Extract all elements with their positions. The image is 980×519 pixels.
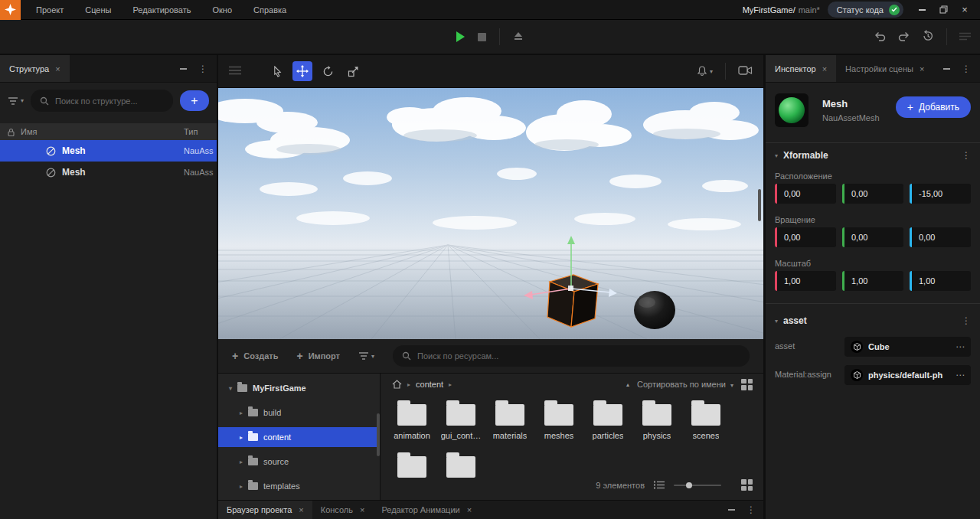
tree-item-build[interactable]: ▸ build: [218, 403, 380, 423]
lock-icon[interactable]: [8, 128, 15, 136]
scale-z-field[interactable]: 1,00: [910, 271, 971, 291]
minimize-button[interactable]: [911, 1, 933, 19]
viewport-scrollbar[interactable]: [758, 189, 761, 221]
close-icon[interactable]: ×: [299, 505, 303, 514]
scale-y-field[interactable]: 1,00: [842, 271, 903, 291]
breadcrumb-content[interactable]: content: [416, 380, 443, 389]
grid-view-icon[interactable]: [741, 379, 753, 390]
section-menu-icon[interactable]: ⋮: [962, 315, 971, 326]
home-icon[interactable]: [392, 380, 402, 389]
column-type-label[interactable]: Тип: [184, 127, 198, 136]
redo-icon[interactable]: [898, 31, 910, 43]
section-menu-icon[interactable]: ⋮: [962, 150, 971, 161]
rotation-y-field[interactable]: 0,00: [842, 227, 903, 247]
resource-filter-icon[interactable]: ▾: [358, 351, 374, 361]
select-tool-icon[interactable]: [267, 61, 287, 81]
chevron-right-icon[interactable]: ▸: [240, 483, 243, 490]
structure-row-mesh-2[interactable]: Mesh NauAss: [0, 162, 217, 183]
menu-scenes[interactable]: Сцены: [74, 5, 122, 15]
tab-animation-editor[interactable]: Редактор Анимации ×: [373, 501, 480, 519]
tab-console[interactable]: Консоль ×: [312, 501, 374, 519]
menu-edit[interactable]: Редактировать: [122, 5, 201, 15]
column-name-label[interactable]: Имя: [21, 127, 37, 136]
folder-item-meshes[interactable]: meshes: [534, 400, 583, 440]
tree-scrollbar[interactable]: [377, 413, 380, 456]
collapse-up-icon[interactable]: ▴: [626, 381, 629, 388]
restore-button[interactable]: [933, 1, 954, 19]
viewport-canvas[interactable]: [218, 88, 763, 339]
scale-tool-icon[interactable]: [343, 61, 363, 81]
rotate-tool-icon[interactable]: [318, 61, 338, 81]
chevron-right-icon[interactable]: ▸: [240, 459, 243, 465]
section-xformable-header[interactable]: ▾ Xformable ⋮: [766, 147, 980, 164]
chevron-down-icon[interactable]: ▾: [229, 385, 232, 392]
import-button[interactable]: + Импорт: [296, 350, 340, 362]
more-options-icon[interactable]: ⋯: [956, 341, 965, 352]
list-view-icon[interactable]: [654, 481, 665, 489]
section-asset-header[interactable]: ▾ asset ⋮: [766, 312, 980, 329]
add-object-button[interactable]: +: [180, 90, 209, 111]
folder-item-particles[interactable]: particles: [583, 400, 632, 440]
tree-item-root[interactable]: ▾ MyFirstGame: [218, 378, 380, 398]
chevron-right-icon[interactable]: ▸: [240, 410, 243, 416]
undo-icon[interactable]: [874, 31, 886, 43]
viewport-menu-icon[interactable]: [229, 66, 241, 77]
folder-item-materials[interactable]: materials: [485, 400, 534, 440]
app-logo-icon[interactable]: [0, 0, 21, 20]
collapse-panel-icon[interactable]: [180, 68, 187, 70]
more-options-icon[interactable]: ⋯: [956, 370, 965, 380]
tab-inspector[interactable]: Инспектор ×: [766, 55, 836, 82]
publish-eject-icon[interactable]: [513, 31, 524, 42]
panel-menu-icon[interactable]: ⋮: [962, 64, 971, 74]
stop-icon[interactable]: [478, 33, 486, 41]
play-icon[interactable]: [456, 31, 465, 42]
material-picker[interactable]: physics/default-ph ⋯: [844, 365, 971, 385]
mesh-cube[interactable]: [547, 275, 598, 327]
rotation-z-field[interactable]: 0,00: [910, 227, 971, 247]
tree-item-content[interactable]: ▸ content: [218, 427, 380, 447]
panel-menu-icon[interactable]: ⋮: [746, 504, 756, 515]
structure-search-input[interactable]: [55, 96, 164, 106]
close-button[interactable]: ×: [954, 1, 975, 19]
grid-view-icon[interactable]: [741, 479, 753, 491]
folder-item-scenes[interactable]: scenes: [681, 400, 730, 440]
tab-project-browser[interactable]: Браузер проекта ×: [218, 501, 312, 519]
camera-icon[interactable]: [738, 66, 753, 77]
rotation-x-field[interactable]: 0,00: [775, 227, 836, 247]
structure-row-mesh-1[interactable]: Mesh NauAss: [0, 140, 217, 162]
folder-item[interactable]: [387, 452, 436, 478]
toolbar-extra-icon[interactable]: [959, 32, 971, 42]
move-tool-icon[interactable]: [292, 61, 312, 81]
chevron-down-icon[interactable]: ▾: [775, 152, 778, 159]
collapse-panel-icon[interactable]: [728, 509, 735, 511]
create-button[interactable]: + Создать: [232, 350, 278, 362]
position-y-field[interactable]: 0,00: [842, 184, 903, 204]
sort-dropdown[interactable]: Сортировать по имени ▾: [637, 380, 733, 389]
viewport-alerts-icon[interactable]: ▾: [697, 66, 713, 77]
resource-search[interactable]: [393, 345, 750, 367]
menu-window[interactable]: Окно: [201, 5, 243, 15]
folder-item-animation[interactable]: animation: [387, 400, 436, 440]
menu-help[interactable]: Справка: [243, 5, 297, 15]
chevron-down-icon[interactable]: ▾: [775, 318, 778, 325]
panel-menu-icon[interactable]: ⋮: [198, 64, 207, 74]
asset-cube-picker[interactable]: Cube ⋯: [844, 337, 971, 357]
filter-icon[interactable]: ▾: [8, 96, 24, 106]
history-icon[interactable]: [922, 30, 934, 44]
close-icon[interactable]: ×: [822, 64, 827, 73]
tab-scene-settings[interactable]: Настройки сцены ×: [836, 55, 933, 82]
folder-item-gui[interactable]: gui_cont…: [436, 400, 485, 440]
chevron-right-icon[interactable]: ▸: [240, 434, 243, 441]
add-component-button[interactable]: + Добавить: [896, 96, 971, 118]
thumbnail-size-slider[interactable]: [674, 485, 721, 486]
slider-knob[interactable]: [686, 482, 692, 488]
tree-item-source[interactable]: ▸ source: [218, 452, 380, 472]
close-icon[interactable]: ×: [55, 64, 60, 73]
position-z-field[interactable]: -15,00: [910, 184, 971, 204]
tree-item-templates[interactable]: ▸ templates: [218, 476, 380, 496]
scale-x-field[interactable]: 1,00: [775, 271, 836, 291]
close-icon[interactable]: ×: [360, 505, 364, 514]
close-icon[interactable]: ×: [920, 64, 924, 73]
position-x-field[interactable]: 0,00: [775, 184, 836, 204]
folder-item-physics[interactable]: physics: [632, 400, 681, 440]
